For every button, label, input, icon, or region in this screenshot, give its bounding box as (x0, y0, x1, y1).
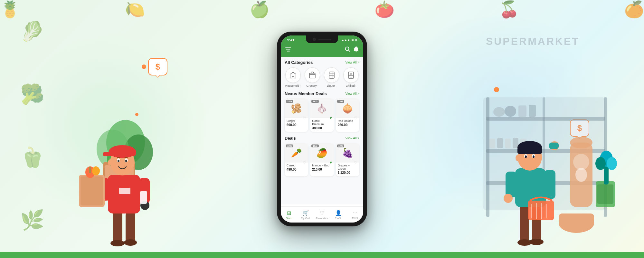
app-content: All Categories View All > Household › (281, 57, 363, 204)
household-icon (285, 67, 301, 83)
deals-view-all[interactable]: View All > (346, 136, 359, 140)
svg-rect-63 (544, 170, 555, 199)
status-icons: ▲▲▲ ≋ ▮ (341, 38, 357, 42)
garlic-price: 380.00 (312, 126, 332, 130)
svg-point-78 (533, 155, 535, 158)
deals-title: Deals (285, 136, 296, 141)
garlic-name: Garlic Premium (312, 119, 332, 126)
svg-rect-43 (529, 105, 536, 117)
notification-icon[interactable] (354, 46, 359, 54)
svg-point-50 (570, 137, 592, 148)
svg-rect-56 (559, 213, 594, 223)
svg-point-30 (125, 160, 127, 162)
svg-rect-8 (113, 210, 122, 243)
carrot-heart[interactable]: ♡ (303, 160, 306, 165)
svg-rect-25 (109, 149, 136, 156)
grapes-heart[interactable]: ♡ (354, 160, 357, 165)
svg-rect-18 (80, 176, 103, 205)
deals-row: 1KG 🥕 ♡ Carrot 490.00 1KG 🥭 ♥ Mango (285, 143, 359, 176)
veggie-herb: 🌿 (20, 209, 44, 232)
fruit-lemon: 🍋 (125, 0, 145, 39)
svg-rect-54 (597, 184, 613, 204)
svg-point-10 (110, 240, 125, 246)
nav-more[interactable]: ··· More (347, 210, 363, 219)
onions-heart[interactable]: ♡ (354, 116, 357, 120)
svg-point-29 (118, 160, 119, 162)
svg-point-69 (504, 194, 513, 203)
nexus-deals-view-all[interactable]: View All > (346, 92, 359, 95)
battery-icon: ▮ (355, 38, 357, 42)
fruit-pineapple: 🍍 (0, 0, 20, 39)
svg-rect-85 (286, 49, 290, 50)
deals-section-header: Deals View All > (285, 136, 359, 141)
product-ginger[interactable]: 1KG 🫚 ♡ Ginger 690.00 (285, 99, 308, 132)
product-carrot[interactable]: 1KG 🥕 ♡ Carrot 490.00 (285, 143, 308, 176)
household-label: Household › (285, 84, 301, 87)
svg-point-20 (92, 166, 100, 175)
svg-rect-86 (287, 51, 290, 52)
svg-point-59 (517, 239, 532, 246)
category-chilled[interactable]: Chilled › (343, 67, 359, 87)
nav-profile[interactable]: 👤 Profile (330, 210, 347, 220)
search-icon[interactable] (345, 46, 350, 54)
garlic-badge: 1KG (311, 100, 318, 103)
carrot-price: 490.00 (287, 168, 306, 171)
svg-point-40 (493, 107, 505, 117)
category-liquor[interactable]: Liquor › (323, 67, 340, 87)
onions-price: 260.00 (338, 123, 357, 127)
grapes-badge: 1KG (337, 144, 344, 147)
fruit-orange: 🍊 (624, 0, 644, 39)
ginger-heart[interactable]: ♡ (303, 116, 306, 120)
product-mango[interactable]: 1KG 🥭 ♥ Mango – Bud 210.00 (310, 143, 334, 176)
app-header (281, 45, 363, 57)
svg-rect-26 (103, 152, 111, 156)
nexus-deals-title: Nexus Member Deals (285, 91, 327, 96)
svg-rect-71 (549, 143, 559, 149)
category-household[interactable]: Household › (285, 67, 301, 87)
svg-point-11 (124, 239, 137, 246)
nav-store[interactable]: ⊞ Store (281, 210, 297, 220)
supermarket-sign: SUPERMARKET (486, 35, 580, 47)
svg-line-88 (348, 50, 350, 52)
fruit-lime: 🍏 (250, 0, 270, 39)
product-red-onions[interactable]: 1KG 🧅 ♡ Red Onions 260.00 (336, 99, 359, 132)
cart-nav-icon: 🛒 (302, 210, 309, 216)
liquor-label: Liquor › (327, 84, 336, 87)
category-grocery[interactable]: Grocery › (304, 67, 321, 87)
grocery-icon (305, 67, 320, 83)
nav-favourites[interactable]: ♡ Favourites (314, 210, 330, 220)
grapes-name: Grapes – Green (338, 164, 357, 170)
onions-badge: 1KG (337, 100, 344, 103)
favourites-nav-label: Favourites (316, 217, 328, 220)
svg-rect-90 (309, 73, 315, 78)
svg-rect-22 (119, 188, 130, 194)
nav-cart[interactable]: 🛒 My Cart (297, 210, 314, 220)
product-grapes[interactable]: 1KG 🍇 ♡ Grapes – Green 1,120.00 (336, 143, 359, 176)
svg-rect-74 (517, 147, 542, 154)
profile-nav-icon: 👤 (335, 210, 342, 216)
ginger-price: 690.00 (287, 123, 306, 127)
svg-point-31 (108, 159, 112, 166)
phone-outer: 9:41 ▲▲▲ ≋ ▮ (277, 32, 367, 226)
svg-point-82 (595, 157, 606, 170)
svg-rect-64 (528, 201, 554, 220)
heart-nav-icon: ♡ (320, 210, 324, 216)
fruit-tomato: 🍅 (374, 0, 394, 39)
svg-rect-57 (520, 204, 529, 243)
mango-badge: 1KG (311, 144, 318, 147)
cart-nav-label: My Cart (301, 217, 310, 220)
svg-rect-32 (140, 191, 147, 204)
delivery-person-illustration (48, 52, 171, 252)
categories-view-all[interactable]: View All > (346, 61, 359, 64)
phone-screen: 9:41 ▲▲▲ ≋ ▮ (281, 35, 363, 223)
svg-point-79 (516, 155, 520, 161)
wifi-icon: ≋ (351, 38, 354, 42)
filter-icon[interactable] (285, 47, 291, 53)
phone-notch (306, 35, 338, 43)
nexus-deals-row: 1KG 🫚 ♡ Ginger 690.00 1KG 🧄 ♥ Garli (285, 99, 359, 132)
veggie-pepper: 🫑 (20, 146, 44, 169)
product-garlic[interactable]: 1KG 🧄 ♥ Garlic Premium 380.00 (310, 99, 334, 132)
svg-rect-37 (486, 97, 489, 217)
garlic-heart[interactable]: ♥ (330, 116, 332, 120)
mango-heart[interactable]: ♥ (330, 160, 332, 165)
